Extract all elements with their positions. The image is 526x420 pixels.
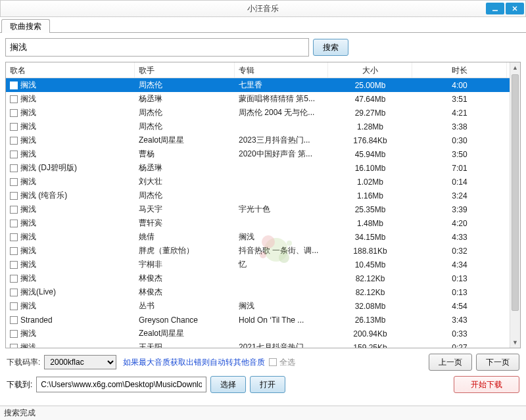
table-row[interactable]: 搁浅 (DJ碧明版)杨丞琳16.10Mb7:01	[6, 161, 510, 175]
cell-artist: 杨丞琳	[135, 162, 235, 174]
table-row[interactable]: 搁浅周杰伦七里香25.00Mb4:00	[6, 78, 510, 92]
cell-album: 搁浅	[235, 231, 328, 243]
row-checkbox[interactable]	[10, 82, 18, 89]
row-checkbox[interactable]	[10, 123, 18, 131]
row-checkbox[interactable]	[10, 178, 18, 186]
cell-name: 搁浅	[20, 121, 36, 132]
table-row[interactable]: 搁浅丛书搁浅32.08Mb4:54	[6, 299, 510, 313]
cell-size: 34.15Mb	[328, 233, 412, 242]
cell-name: 搁浅	[20, 259, 36, 270]
cell-duration: 0:33	[412, 329, 507, 338]
row-checkbox[interactable]	[10, 151, 18, 158]
cell-size: 176.84Kb	[328, 136, 412, 145]
table-row[interactable]: 搁浅姚倩搁浅34.15Mb4:33	[6, 230, 510, 244]
search-button[interactable]: 搜索	[313, 39, 348, 56]
search-input[interactable]	[5, 38, 309, 57]
cell-name: 搁浅	[20, 107, 36, 118]
col-size[interactable]: 大小	[328, 62, 412, 78]
table-header: 歌名 歌手 专辑 大小 时长	[6, 62, 510, 78]
row-checkbox[interactable]	[10, 275, 18, 283]
cell-size: 25.35Mb	[328, 205, 412, 214]
row-checkbox[interactable]	[10, 206, 18, 214]
next-page-button[interactable]: 下一页	[476, 354, 519, 371]
cell-duration: 7:01	[412, 164, 507, 173]
table-row[interactable]: 搁浅林俊杰82.12Kb0:13	[6, 271, 510, 285]
table-row[interactable]: 搁浅 (纯音乐)周杰伦1.16Mb3:24	[6, 189, 510, 202]
cell-name: 搁浅	[20, 342, 36, 348]
cell-artist: 周杰伦	[135, 80, 235, 91]
download-path-input[interactable]	[36, 377, 206, 392]
col-artist[interactable]: 歌手	[135, 62, 235, 78]
close-button[interactable]	[506, 3, 524, 14]
start-download-button[interactable]: 开始下载	[454, 376, 519, 393]
cell-artist: 王天阳	[135, 342, 235, 348]
scroll-thumb[interactable]	[512, 74, 519, 311]
table-row[interactable]: 搁浅马天宇宇光十色25.35Mb3:39	[6, 202, 510, 216]
row-checkbox[interactable]	[10, 220, 18, 227]
table-row[interactable]: 搁浅王天阳2021七月抖音热门...159.25Kb0:27	[6, 340, 510, 348]
cell-size: 82.12Kb	[328, 274, 412, 283]
cell-artist: 姚倩	[135, 231, 235, 243]
col-duration[interactable]: 时长	[412, 62, 507, 78]
scroll-up-icon[interactable]: ▲	[510, 62, 520, 73]
cell-album: 2020中国好声音 第...	[235, 149, 328, 160]
cell-album: 宇光十色	[235, 204, 328, 215]
results-table: 歌名 歌手 专辑 大小 时长 搁浅周杰伦七里香25.00Mb4:00搁浅杨丞琳蒙…	[5, 62, 521, 348]
row-checkbox[interactable]	[10, 316, 18, 324]
row-checkbox[interactable]	[10, 344, 18, 348]
prev-page-button[interactable]: 上一页	[429, 354, 472, 371]
row-checkbox[interactable]	[10, 137, 18, 145]
table-row[interactable]: 搁浅曹轩宾1.48Mb4:20	[6, 216, 510, 230]
table-row[interactable]: 搁浅周杰伦1.28Mb3:38	[6, 120, 510, 133]
tab-search[interactable]: 歌曲搜索	[1, 19, 50, 33]
scroll-down-icon[interactable]: ▼	[510, 337, 520, 348]
row-checkbox[interactable]	[10, 192, 18, 200]
table-row[interactable]: StrandedGreyson ChanceHold On ‘Til The .…	[6, 313, 510, 327]
table-row[interactable]: 搁浅Zealot周星星2023三月抖音热门...176.84Kb0:30	[6, 133, 510, 147]
col-album[interactable]: 专辑	[235, 62, 328, 78]
col-name[interactable]: 歌名	[6, 62, 135, 78]
cell-duration: 4:33	[412, 233, 507, 242]
status-bar: 搜索完成	[0, 406, 526, 420]
row-checkbox[interactable]	[10, 164, 18, 172]
row-checkbox[interactable]	[10, 233, 18, 241]
open-button[interactable]: 打开	[250, 376, 285, 393]
table-row[interactable]: 搁浅杨丞琳蒙面唱将猜猜猜 第5...47.64Mb3:51	[6, 92, 510, 106]
cell-album: 搁浅	[235, 300, 328, 312]
table-row[interactable]: 搁浅周杰伦周杰伦 2004 无与伦...29.27Mb4:21	[6, 106, 510, 120]
table-row[interactable]: 搁浅曹杨2020中国好声音 第...45.94Mb3:50	[6, 147, 510, 161]
table-row[interactable]: 搁浅刘大壮1.02Mb0:14	[6, 175, 510, 189]
row-checkbox[interactable]	[10, 109, 18, 117]
row-checkbox[interactable]	[10, 330, 18, 338]
minimize-button[interactable]	[486, 3, 504, 14]
cell-artist: Zealot周星星	[135, 135, 235, 146]
table-row[interactable]: 搁浅(Live)林俊杰82.12Kb0:13	[6, 285, 510, 299]
cell-size: 1.16Mb	[328, 191, 412, 200]
table-row[interactable]: 搁浅宇桐非忆10.45Mb4:34	[6, 258, 510, 271]
table-row[interactable]: 搁浅胖虎（董欣怡）抖音热歌 一条街、调...188.81Kb0:32	[6, 244, 510, 258]
row-checkbox[interactable]	[10, 261, 18, 269]
cell-size: 1.28Mb	[328, 122, 412, 131]
cell-duration: 3:50	[412, 150, 507, 159]
cell-size: 159.25Kb	[328, 343, 412, 348]
cell-artist: 曹杨	[135, 149, 235, 160]
scrollbar[interactable]: ▲ ▼	[510, 62, 520, 348]
bitrate-select[interactable]: 2000kflac	[44, 355, 116, 369]
cell-name: Stranded	[20, 315, 53, 325]
row-checkbox[interactable]	[10, 302, 18, 310]
cell-artist: 林俊杰	[135, 287, 235, 298]
cell-duration: 4:34	[412, 260, 507, 269]
row-checkbox[interactable]	[10, 289, 18, 296]
cell-duration: 3:39	[412, 205, 507, 214]
cell-artist: 刘大壮	[135, 176, 235, 187]
row-checkbox[interactable]	[10, 247, 18, 255]
cell-size: 82.12Kb	[328, 288, 412, 297]
choose-button[interactable]: 选择	[210, 376, 246, 393]
table-row[interactable]: 搁浅Zealot周星星200.94Kb0:33	[6, 327, 510, 340]
select-all-checkbox[interactable]: 全选	[269, 357, 295, 368]
cell-album: 周杰伦 2004 无与伦...	[235, 107, 328, 118]
cell-name: 搁浅	[20, 245, 36, 256]
cell-duration: 3:51	[412, 95, 507, 104]
cell-artist: Greyson Chance	[135, 315, 235, 325]
row-checkbox[interactable]	[10, 95, 18, 103]
